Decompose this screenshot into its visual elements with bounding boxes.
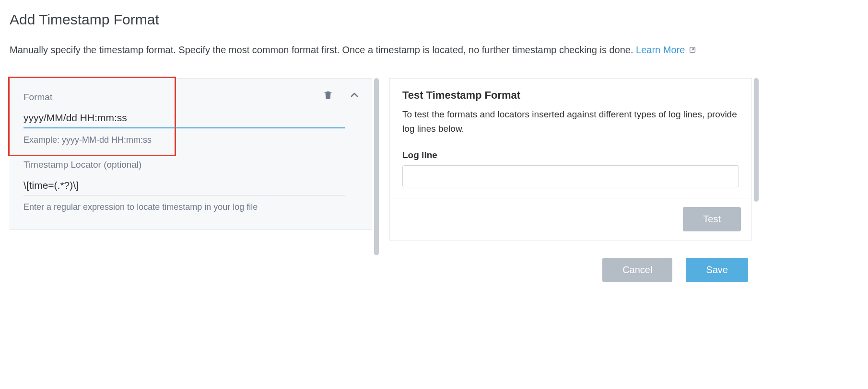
format-card: Format Example: yyyy-MM-dd HH:mm:ss Time… [10, 78, 372, 230]
log-line-label: Log line [402, 150, 739, 160]
log-line-input[interactable] [402, 165, 739, 187]
cancel-button[interactable]: Cancel [602, 258, 672, 282]
format-label: Format [23, 92, 358, 103]
description-text: Manually specify the timestamp format. S… [10, 45, 636, 55]
test-button[interactable]: Test [683, 207, 741, 231]
scrollbar[interactable] [374, 78, 379, 255]
description: Manually specify the timestamp format. S… [10, 41, 854, 59]
format-field-block: Format Example: yyyy-MM-dd HH:mm:ss [23, 92, 358, 145]
save-button[interactable]: Save [686, 258, 748, 282]
scrollbar[interactable] [754, 78, 759, 202]
dialog-footer: Cancel Save [10, 258, 752, 282]
test-title: Test Timestamp Format [402, 89, 739, 102]
page-title: Add Timestamp Format [10, 11, 858, 28]
test-description: To test the formats and locators inserte… [402, 107, 739, 137]
learn-more-link[interactable]: Learn More [636, 45, 696, 55]
format-input[interactable] [23, 109, 345, 128]
locator-input[interactable] [23, 177, 345, 195]
test-panel: Test Timestamp Format To test the format… [389, 78, 752, 240]
format-hint: Example: yyyy-MM-dd HH:mm:ss [23, 135, 358, 145]
test-card: Test Timestamp Format To test the format… [389, 78, 752, 198]
test-footer: Test [389, 198, 752, 240]
format-panel: Format Example: yyyy-MM-dd HH:mm:ss Time… [10, 78, 372, 230]
locator-label: Timestamp Locator (optional) [23, 160, 358, 170]
external-link-icon [689, 42, 696, 59]
locator-hint: Enter a regular expression to locate tim… [23, 202, 358, 212]
locator-field-block: Timestamp Locator (optional) Enter a reg… [23, 160, 358, 212]
learn-more-label: Learn More [636, 45, 685, 55]
